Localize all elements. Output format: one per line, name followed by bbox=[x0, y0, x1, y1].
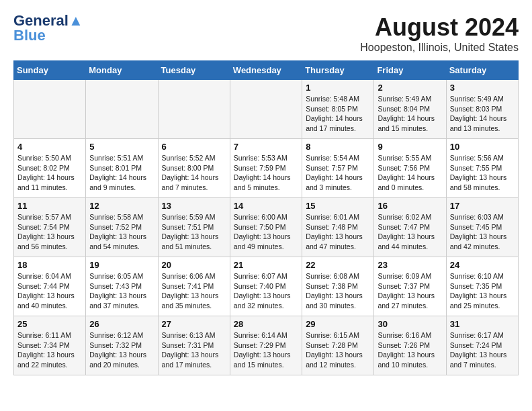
calendar-cell: 23Sunrise: 6:09 AMSunset: 7:37 PMDayligh… bbox=[374, 257, 446, 316]
day-number: 31 bbox=[450, 319, 515, 329]
calendar-cell: 30Sunrise: 6:16 AMSunset: 7:26 PMDayligh… bbox=[374, 316, 446, 375]
calendar-week-row: 25Sunrise: 6:11 AMSunset: 7:34 PMDayligh… bbox=[14, 316, 519, 375]
day-number: 26 bbox=[89, 319, 154, 329]
day-info: Sunrise: 6:05 AMSunset: 7:43 PMDaylight:… bbox=[89, 271, 154, 311]
day-number: 23 bbox=[378, 260, 442, 270]
day-number: 17 bbox=[450, 201, 515, 211]
column-header-sunday: Sunday bbox=[14, 61, 86, 80]
day-number: 22 bbox=[306, 260, 370, 270]
day-info: Sunrise: 5:51 AMSunset: 8:01 PMDaylight:… bbox=[89, 153, 154, 193]
day-info: Sunrise: 6:11 AMSunset: 7:34 PMDaylight:… bbox=[17, 330, 82, 370]
column-header-saturday: Saturday bbox=[446, 61, 518, 80]
calendar-cell bbox=[158, 80, 230, 139]
page-header: General▲ Blue August 2024 Hoopeston, Ill… bbox=[13, 13, 519, 54]
calendar-cell bbox=[86, 80, 158, 139]
day-info: Sunrise: 6:12 AMSunset: 7:32 PMDaylight:… bbox=[89, 330, 154, 370]
day-info: Sunrise: 6:07 AMSunset: 7:40 PMDaylight:… bbox=[234, 271, 298, 311]
day-number: 7 bbox=[234, 142, 298, 152]
column-header-wednesday: Wednesday bbox=[230, 61, 302, 80]
day-info: Sunrise: 6:03 AMSunset: 7:45 PMDaylight:… bbox=[450, 212, 515, 252]
calendar-cell: 27Sunrise: 6:13 AMSunset: 7:31 PMDayligh… bbox=[158, 316, 230, 375]
day-info: Sunrise: 5:57 AMSunset: 7:54 PMDaylight:… bbox=[17, 212, 82, 252]
day-info: Sunrise: 6:13 AMSunset: 7:31 PMDaylight:… bbox=[162, 330, 226, 370]
day-info: Sunrise: 6:10 AMSunset: 7:35 PMDaylight:… bbox=[450, 271, 515, 311]
day-number: 24 bbox=[450, 260, 515, 270]
day-info: Sunrise: 6:15 AMSunset: 7:28 PMDaylight:… bbox=[306, 330, 370, 370]
day-number: 21 bbox=[234, 260, 298, 270]
calendar-week-row: 4Sunrise: 5:50 AMSunset: 8:02 PMDaylight… bbox=[14, 139, 519, 198]
calendar-cell: 18Sunrise: 6:04 AMSunset: 7:44 PMDayligh… bbox=[14, 257, 86, 316]
calendar-cell: 10Sunrise: 5:56 AMSunset: 7:55 PMDayligh… bbox=[446, 139, 518, 198]
calendar-cell: 9Sunrise: 5:55 AMSunset: 7:56 PMDaylight… bbox=[374, 139, 446, 198]
column-header-tuesday: Tuesday bbox=[158, 61, 230, 80]
day-info: Sunrise: 5:55 AMSunset: 7:56 PMDaylight:… bbox=[378, 153, 442, 193]
column-header-friday: Friday bbox=[374, 61, 446, 80]
calendar-cell: 28Sunrise: 6:14 AMSunset: 7:29 PMDayligh… bbox=[230, 316, 302, 375]
calendar-week-row: 11Sunrise: 5:57 AMSunset: 7:54 PMDayligh… bbox=[14, 198, 519, 257]
day-info: Sunrise: 6:17 AMSunset: 7:24 PMDaylight:… bbox=[450, 330, 515, 370]
day-number: 3 bbox=[450, 83, 515, 93]
day-number: 20 bbox=[162, 260, 226, 270]
day-info: Sunrise: 5:49 AMSunset: 8:03 PMDaylight:… bbox=[450, 94, 515, 134]
day-number: 10 bbox=[450, 142, 515, 152]
day-number: 11 bbox=[17, 201, 82, 211]
subtitle: Hoopeston, Illinois, United States bbox=[360, 42, 519, 54]
calendar-cell: 11Sunrise: 5:57 AMSunset: 7:54 PMDayligh… bbox=[14, 198, 86, 257]
calendar-cell bbox=[230, 80, 302, 139]
calendar-cell: 8Sunrise: 5:54 AMSunset: 7:57 PMDaylight… bbox=[302, 139, 374, 198]
day-number: 29 bbox=[306, 319, 370, 329]
day-number: 1 bbox=[306, 83, 370, 93]
calendar-cell: 19Sunrise: 6:05 AMSunset: 7:43 PMDayligh… bbox=[86, 257, 158, 316]
calendar-cell: 12Sunrise: 5:58 AMSunset: 7:52 PMDayligh… bbox=[86, 198, 158, 257]
day-number: 14 bbox=[234, 201, 298, 211]
day-number: 16 bbox=[378, 201, 442, 211]
calendar-cell: 22Sunrise: 6:08 AMSunset: 7:38 PMDayligh… bbox=[302, 257, 374, 316]
calendar-cell: 26Sunrise: 6:12 AMSunset: 7:32 PMDayligh… bbox=[86, 316, 158, 375]
calendar-cell: 5Sunrise: 5:51 AMSunset: 8:01 PMDaylight… bbox=[86, 139, 158, 198]
calendar-cell: 1Sunrise: 5:48 AMSunset: 8:05 PMDaylight… bbox=[302, 80, 374, 139]
day-number: 27 bbox=[162, 319, 226, 329]
calendar-week-row: 1Sunrise: 5:48 AMSunset: 8:05 PMDaylight… bbox=[14, 80, 519, 139]
day-info: Sunrise: 6:08 AMSunset: 7:38 PMDaylight:… bbox=[306, 271, 370, 311]
calendar-cell bbox=[14, 80, 86, 139]
day-number: 28 bbox=[234, 319, 298, 329]
day-number: 9 bbox=[378, 142, 442, 152]
day-info: Sunrise: 5:48 AMSunset: 8:05 PMDaylight:… bbox=[306, 94, 370, 134]
logo-blue: Blue bbox=[13, 28, 46, 43]
day-info: Sunrise: 5:56 AMSunset: 7:55 PMDaylight:… bbox=[450, 153, 515, 193]
day-info: Sunrise: 5:53 AMSunset: 7:59 PMDaylight:… bbox=[234, 153, 298, 193]
calendar-cell: 7Sunrise: 5:53 AMSunset: 7:59 PMDaylight… bbox=[230, 139, 302, 198]
calendar-cell: 3Sunrise: 5:49 AMSunset: 8:03 PMDaylight… bbox=[446, 80, 518, 139]
day-info: Sunrise: 6:09 AMSunset: 7:37 PMDaylight:… bbox=[378, 271, 442, 311]
day-number: 19 bbox=[89, 260, 154, 270]
day-info: Sunrise: 5:50 AMSunset: 8:02 PMDaylight:… bbox=[17, 153, 82, 193]
logo: General▲ Blue bbox=[13, 13, 83, 43]
day-info: Sunrise: 5:52 AMSunset: 8:00 PMDaylight:… bbox=[162, 153, 226, 193]
calendar-table: SundayMondayTuesdayWednesdayThursdayFrid… bbox=[13, 60, 519, 375]
main-title: August 2024 bbox=[360, 13, 519, 42]
day-info: Sunrise: 5:58 AMSunset: 7:52 PMDaylight:… bbox=[89, 212, 154, 252]
calendar-cell: 13Sunrise: 5:59 AMSunset: 7:51 PMDayligh… bbox=[158, 198, 230, 257]
day-number: 13 bbox=[162, 201, 226, 211]
calendar-cell: 2Sunrise: 5:49 AMSunset: 8:04 PMDaylight… bbox=[374, 80, 446, 139]
day-info: Sunrise: 5:54 AMSunset: 7:57 PMDaylight:… bbox=[306, 153, 370, 193]
calendar-cell: 25Sunrise: 6:11 AMSunset: 7:34 PMDayligh… bbox=[14, 316, 86, 375]
title-section: August 2024 Hoopeston, Illinois, United … bbox=[360, 13, 519, 54]
calendar-cell: 31Sunrise: 6:17 AMSunset: 7:24 PMDayligh… bbox=[446, 316, 518, 375]
calendar-cell: 29Sunrise: 6:15 AMSunset: 7:28 PMDayligh… bbox=[302, 316, 374, 375]
calendar-cell: 4Sunrise: 5:50 AMSunset: 8:02 PMDaylight… bbox=[14, 139, 86, 198]
calendar-cell: 14Sunrise: 6:00 AMSunset: 7:50 PMDayligh… bbox=[230, 198, 302, 257]
day-info: Sunrise: 6:04 AMSunset: 7:44 PMDaylight:… bbox=[17, 271, 82, 311]
day-number: 25 bbox=[17, 319, 82, 329]
calendar-cell: 15Sunrise: 6:01 AMSunset: 7:48 PMDayligh… bbox=[302, 198, 374, 257]
calendar-cell: 24Sunrise: 6:10 AMSunset: 7:35 PMDayligh… bbox=[446, 257, 518, 316]
day-number: 12 bbox=[89, 201, 154, 211]
day-number: 6 bbox=[162, 142, 226, 152]
day-info: Sunrise: 5:49 AMSunset: 8:04 PMDaylight:… bbox=[378, 94, 442, 134]
column-header-monday: Monday bbox=[86, 61, 158, 80]
day-info: Sunrise: 5:59 AMSunset: 7:51 PMDaylight:… bbox=[162, 212, 226, 252]
column-header-thursday: Thursday bbox=[302, 61, 374, 80]
day-info: Sunrise: 6:06 AMSunset: 7:41 PMDaylight:… bbox=[162, 271, 226, 311]
day-number: 2 bbox=[378, 83, 442, 93]
day-info: Sunrise: 6:00 AMSunset: 7:50 PMDaylight:… bbox=[234, 212, 298, 252]
